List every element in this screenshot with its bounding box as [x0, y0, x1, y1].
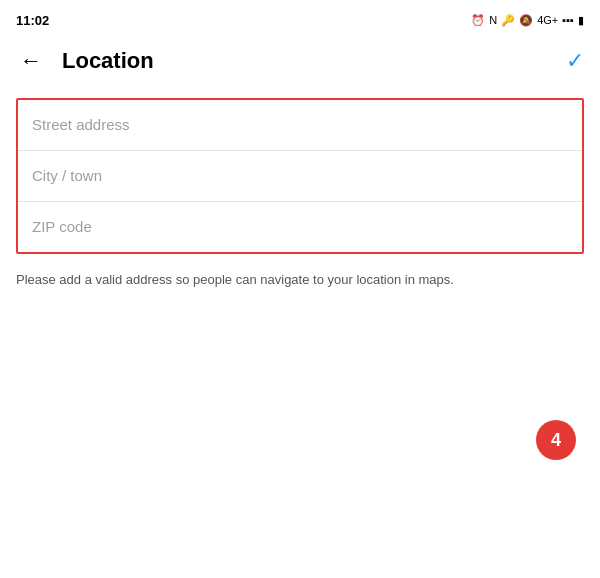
street-address-field[interactable] — [18, 100, 582, 151]
confirm-button[interactable]: ✓ — [566, 48, 584, 74]
nfc-icon: N — [489, 14, 497, 26]
page-title: Location — [62, 48, 566, 74]
battery-icon: ▮ — [578, 14, 584, 27]
city-town-field[interactable] — [18, 151, 582, 202]
helper-text: Please add a valid address so people can… — [16, 270, 584, 290]
back-button[interactable]: ← — [16, 44, 46, 78]
street-address-input[interactable] — [32, 116, 568, 133]
status-icons: ⏰ N 🔑 🔕 4G+ ▪▪▪ ▮ — [471, 14, 584, 27]
vpn-icon: 🔑 — [501, 14, 515, 27]
status-bar: 11:02 ⏰ N 🔑 🔕 4G+ ▪▪▪ ▮ — [0, 0, 600, 36]
signal-icon: 4G+ — [537, 14, 558, 26]
nav-bar: ← Location ✓ — [0, 36, 600, 90]
step-badge: 4 — [536, 420, 576, 460]
city-town-input[interactable] — [32, 167, 568, 184]
wifi-icon: ▪▪▪ — [562, 14, 574, 26]
location-form — [16, 98, 584, 254]
zip-code-input[interactable] — [32, 218, 568, 235]
zip-code-field[interactable] — [18, 202, 582, 252]
status-time: 11:02 — [16, 13, 49, 28]
alarm-icon: ⏰ — [471, 14, 485, 27]
mute-icon: 🔕 — [519, 14, 533, 27]
